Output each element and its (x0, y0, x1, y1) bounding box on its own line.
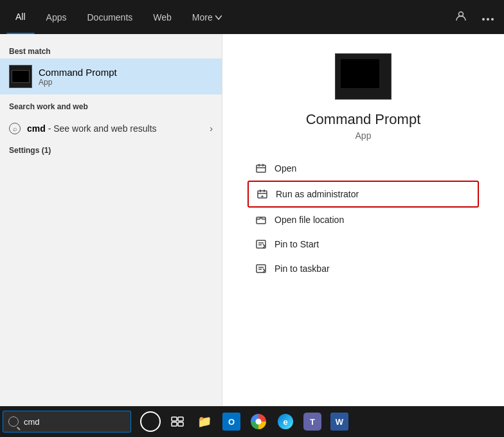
search-web-label: Search work and web (0, 97, 222, 114)
teams-icon: T (303, 413, 321, 431)
more-label: More (192, 12, 213, 22)
taskbar-search-box[interactable]: cmd (3, 411, 131, 433)
word-button[interactable]: W (327, 409, 352, 434)
more-chevron-icon (215, 14, 222, 21)
pin-start-label: Pin to Start (274, 239, 319, 249)
open-icon (255, 163, 267, 174)
tab-documents[interactable]: Documents (78, 0, 141, 34)
pin-start-icon (255, 238, 267, 250)
location-icon (255, 214, 267, 226)
search-web-section: ⌕ cmd - See work and web results › (0, 114, 222, 143)
svg-rect-13 (172, 417, 177, 421)
svg-point-2 (487, 18, 489, 21)
open-location-label: Open file location (274, 215, 344, 225)
word-icon: W (330, 413, 348, 431)
action-pin-start[interactable]: Pin to Start (248, 232, 479, 256)
feedback-icon[interactable] (451, 8, 471, 27)
pin-taskbar-label: Pin to taskbar (274, 263, 330, 274)
action-pin-taskbar[interactable]: Pin to taskbar (248, 256, 479, 281)
tab-web[interactable]: Web (144, 0, 181, 34)
settings-section: Settings (1) (0, 143, 222, 163)
run-as-admin-label: Run as administrator (276, 189, 359, 199)
open-label: Open (274, 163, 296, 174)
chrome-icon (251, 414, 266, 429)
edge-icon: e (278, 414, 293, 429)
search-web-left: ⌕ cmd - See work and web results (9, 123, 157, 134)
svg-point-3 (491, 18, 494, 21)
tab-apps[interactable]: Apps (37, 0, 76, 34)
left-panel: Best match Command Prompt App Search wor… (0, 34, 222, 406)
outlook-icon: O (222, 413, 240, 431)
settings-label: Settings (1) (9, 146, 213, 155)
main-area: Best match Command Prompt App Search wor… (0, 34, 504, 406)
search-web-text: cmd - See work and web results (27, 123, 157, 134)
pin-taskbar-icon (255, 263, 267, 274)
task-view-button[interactable] (165, 409, 190, 434)
file-explorer-button[interactable]: 📁 (192, 409, 217, 434)
folder-icon: 📁 (197, 415, 212, 429)
taskbar-search-icon (8, 416, 19, 427)
action-list: Open Run as administrator (248, 156, 479, 281)
search-web-arrow-icon: › (210, 123, 213, 134)
action-open-location[interactable]: Open file location (248, 208, 479, 232)
app-title: Command Prompt (306, 111, 421, 128)
best-match-label: Best match (0, 42, 222, 58)
cmd-icon-small (9, 65, 32, 88)
cmd-title: Command Prompt (39, 67, 117, 78)
action-open[interactable]: Open (248, 156, 479, 181)
runas-icon (256, 188, 268, 200)
search-web-item[interactable]: ⌕ cmd - See work and web results › (0, 118, 222, 139)
top-navigation: All Apps Documents Web More (0, 0, 504, 34)
svg-rect-16 (178, 422, 183, 426)
cortana-icon (140, 411, 161, 432)
task-view-icon (171, 416, 184, 427)
svg-rect-15 (172, 422, 177, 426)
more-options-icon[interactable] (478, 9, 498, 26)
taskbar-search-text: cmd (24, 417, 40, 427)
tab-more[interactable]: More (183, 0, 231, 34)
edge-button[interactable]: e (273, 409, 298, 434)
nav-right-icons (451, 8, 498, 27)
cmd-sub: App (39, 78, 117, 87)
svg-rect-4 (256, 165, 266, 172)
cortana-button[interactable] (138, 409, 163, 434)
right-panel: Command Prompt App Open (222, 34, 504, 406)
svg-rect-14 (178, 417, 183, 421)
app-sub: App (356, 130, 372, 141)
best-match-item[interactable]: Command Prompt App (0, 58, 222, 94)
best-match-text: Command Prompt App (39, 67, 117, 87)
taskbar: cmd 📁 O e T W (0, 406, 504, 437)
svg-point-1 (482, 18, 485, 21)
teams-button[interactable]: T (300, 409, 325, 434)
cmd-icon-large (335, 53, 392, 100)
action-run-as-admin[interactable]: Run as administrator (248, 181, 479, 208)
outlook-button[interactable]: O (219, 409, 244, 434)
search-web-icon: ⌕ (9, 123, 21, 134)
tab-all[interactable]: All (6, 0, 35, 34)
chrome-button[interactable] (246, 409, 271, 434)
